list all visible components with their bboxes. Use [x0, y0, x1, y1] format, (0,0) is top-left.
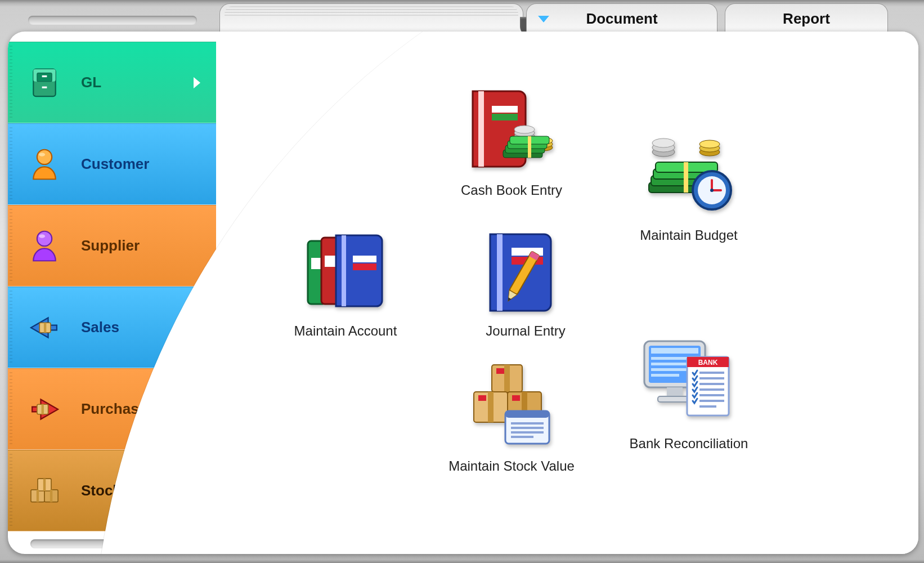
- svg-rect-22: [325, 256, 336, 267]
- svg-rect-17: [37, 489, 39, 502]
- svg-rect-93: [699, 388, 724, 391]
- item-cash-book-entry[interactable]: Cash Book Entry: [438, 82, 585, 198]
- svg-rect-12: [42, 404, 44, 414]
- svg-rect-4: [42, 86, 47, 88]
- svg-rect-57: [505, 411, 549, 418]
- svg-rect-18: [50, 489, 52, 502]
- svg-point-7: [37, 231, 52, 245]
- book-pencil-icon: [478, 223, 573, 319]
- svg-rect-27: [492, 106, 518, 113]
- monitor-bank-statement-icon: BANK: [641, 336, 737, 431]
- svg-rect-52: [478, 395, 486, 401]
- svg-rect-81: [651, 357, 690, 360]
- item-label: Maintain Budget: [616, 227, 762, 243]
- money-clock-icon: [641, 127, 737, 223]
- sidebar-item-label: Sales: [81, 319, 119, 336]
- tab-document-label: Document: [586, 10, 657, 28]
- svg-rect-10: [44, 323, 46, 333]
- svg-rect-3: [42, 75, 47, 77]
- tab-report-label: Report: [783, 10, 830, 28]
- box-arrow-left-icon: [25, 308, 64, 347]
- svg-rect-59: [511, 427, 544, 429]
- item-maintain-account[interactable]: Maintain Account: [272, 223, 419, 339]
- item-label: Journal Entry: [452, 323, 599, 339]
- item-journal-entry[interactable]: Journal Entry: [452, 223, 599, 339]
- svg-rect-26: [478, 91, 484, 167]
- svg-rect-85: [667, 387, 683, 396]
- svg-rect-51: [488, 392, 494, 422]
- svg-rect-84: [651, 374, 679, 377]
- svg-point-6: [39, 153, 45, 157]
- svg-rect-82: [651, 363, 690, 365]
- sidebar-item-label: Customer: [81, 155, 149, 173]
- books-icon: [298, 223, 393, 319]
- boxes-icon: [25, 471, 64, 511]
- sidebar-item-supplier[interactable]: Supplier: [8, 205, 216, 287]
- svg-point-5: [37, 149, 52, 164]
- svg-rect-96: [699, 405, 716, 408]
- person-purple-icon: [25, 226, 64, 266]
- svg-point-67: [699, 140, 720, 148]
- sidebar-item-label: GL: [81, 74, 101, 91]
- svg-point-77: [710, 189, 714, 192]
- svg-rect-16: [43, 479, 46, 491]
- sidebar-item-label: Supplier: [81, 237, 140, 254]
- svg-point-8: [39, 234, 45, 238]
- tab-row: Document Report: [0, 0, 924, 34]
- svg-rect-61: [511, 436, 533, 438]
- svg-rect-58: [511, 422, 544, 425]
- item-label: Maintain Account: [272, 323, 419, 339]
- ledger-money-icon: [464, 82, 559, 178]
- svg-rect-90: [699, 372, 724, 374]
- svg-rect-40: [497, 234, 503, 311]
- svg-rect-28: [492, 114, 518, 120]
- chevron-right-icon: [194, 77, 200, 88]
- svg-rect-60: [511, 431, 544, 434]
- item-label: Maintain Stock Value: [438, 458, 585, 474]
- item-maintain-stock-value[interactable]: Maintain Stock Value: [438, 358, 585, 474]
- item-label: Bank Reconciliation: [616, 436, 762, 452]
- box-arrow-right-icon: [25, 390, 64, 429]
- svg-rect-83: [651, 368, 690, 371]
- svg-rect-92: [699, 383, 724, 385]
- dropdown-icon: [538, 16, 549, 23]
- tab-report[interactable]: Report: [725, 3, 888, 34]
- content-area: Maintain Account: [233, 54, 907, 543]
- svg-point-64: [652, 138, 675, 148]
- tab-document[interactable]: Document: [526, 3, 717, 34]
- person-orange-icon: [25, 145, 64, 184]
- svg-rect-48: [504, 365, 510, 392]
- item-bank-reconciliation[interactable]: BANK: [616, 336, 762, 452]
- svg-rect-55: [512, 395, 520, 401]
- svg-point-31: [514, 126, 535, 133]
- item-maintain-budget[interactable]: Maintain Budget: [616, 127, 762, 243]
- svg-rect-39: [528, 136, 531, 158]
- boxes-list-icon: [464, 358, 559, 454]
- top-scroll-bar[interactable]: [28, 16, 197, 25]
- sidebar-item-gl[interactable]: GL: [8, 42, 216, 123]
- svg-rect-49: [496, 368, 504, 374]
- sidebar-item-customer[interactable]: Customer: [8, 123, 216, 205]
- svg-rect-24: [353, 256, 376, 262]
- app-window: Document Report GL: [0, 0, 924, 563]
- svg-rect-80: [651, 348, 698, 354]
- svg-rect-95: [699, 400, 724, 402]
- main-panel: GL Customer: [8, 32, 918, 554]
- cabinet-icon: [25, 63, 64, 102]
- tab-blank[interactable]: [219, 3, 523, 34]
- svg-rect-25: [353, 263, 376, 270]
- item-label: Cash Book Entry: [438, 182, 585, 198]
- svg-rect-23: [342, 235, 346, 306]
- svg-rect-94: [699, 394, 724, 396]
- svg-rect-91: [699, 377, 724, 379]
- svg-text:BANK: BANK: [698, 359, 718, 367]
- svg-rect-72: [684, 162, 688, 193]
